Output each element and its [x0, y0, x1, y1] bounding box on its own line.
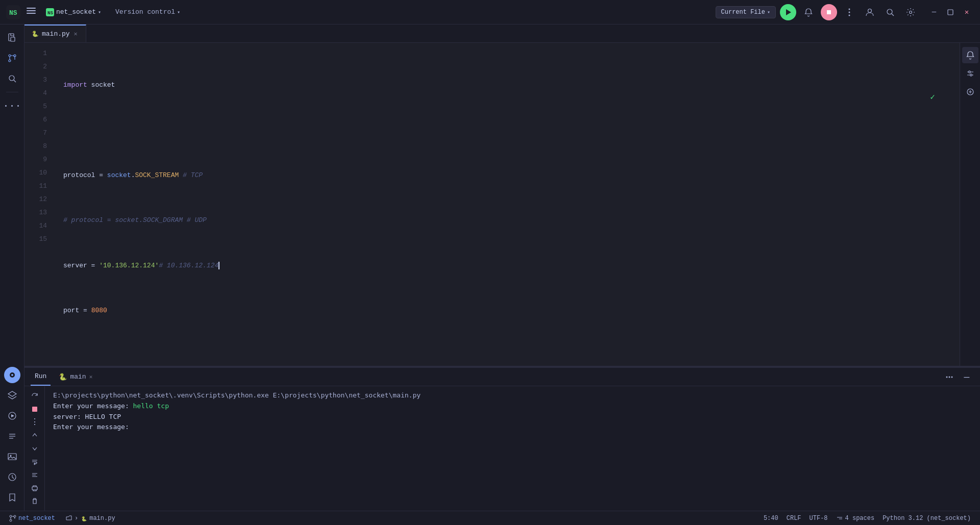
svg-rect-4 — [27, 13, 36, 14]
status-encoding[interactable]: UTF-8 — [806, 513, 831, 524]
svg-rect-3 — [27, 10, 36, 11]
right-sidebar-diff[interactable] — [962, 84, 978, 100]
cursor-position: 5:40 — [764, 515, 778, 522]
terminal-path-line: E:\projects\python\net_socket\.venv\Scri… — [53, 390, 972, 401]
notification-icon[interactable] — [800, 4, 817, 20]
sidebar-icon-plugins[interactable] — [3, 386, 21, 405]
rerun-button[interactable] — [28, 390, 42, 402]
code-line-4: # protocol = socket.SOCK_DGRAM # UDP — [63, 214, 951, 228]
titlebar-right: Current File ▾ — [716, 4, 974, 20]
align-button[interactable] — [28, 469, 42, 481]
stop-run-icon — [31, 406, 38, 413]
code-line-2 — [63, 124, 951, 137]
right-sidebar-settings[interactable] — [962, 65, 978, 82]
code-content[interactable]: import socket protocol = socket.SOCK_STR… — [55, 43, 960, 366]
line-num-7: 7 — [24, 127, 55, 140]
run-file-tab[interactable]: 🐍 main ✕ — [55, 368, 96, 386]
titlebar: NS NS net_socket ▾ Version control ▾ Cur… — [0, 0, 980, 24]
sidebar-icon-clock[interactable] — [3, 468, 21, 486]
stop-button[interactable] — [821, 4, 837, 20]
minimize-button[interactable]: ─ — [927, 5, 941, 19]
sidebar-icon-more[interactable]: ··· — [3, 96, 21, 115]
arrow-up-button[interactable] — [28, 430, 42, 441]
search-button[interactable] — [882, 4, 898, 20]
terminal-output[interactable]: E:\projects\python\net_socket\.venv\Scri… — [45, 386, 980, 511]
status-branch[interactable]: net_socket — [6, 513, 58, 524]
git-icon — [7, 53, 17, 63]
sidebar-icon-image[interactable] — [3, 447, 21, 466]
line-num-3: 3 — [24, 73, 55, 87]
account-button[interactable] — [862, 4, 878, 20]
svg-point-9 — [849, 8, 850, 10]
indent-icon — [836, 515, 843, 522]
delete-button[interactable] — [28, 495, 42, 507]
status-file[interactable]: › 🐍 main.py — [62, 513, 118, 524]
svg-point-13 — [887, 9, 892, 14]
svg-text:NS: NS — [47, 11, 53, 16]
svg-point-22 — [9, 76, 14, 81]
right-sidebar-notifications[interactable] — [962, 47, 978, 63]
line-num-13: 13 — [24, 206, 55, 219]
run-tab-close-button[interactable]: ✕ — [89, 373, 93, 380]
list-icon — [7, 431, 17, 441]
svg-point-25 — [11, 374, 13, 376]
tab-main-py[interactable]: 🐍 main.py ✕ — [24, 24, 86, 42]
project-name-menu[interactable]: NS net_socket ▾ — [42, 6, 105, 18]
run-panel: Run 🐍 main ✕ — — [24, 368, 980, 511]
print-button[interactable] — [28, 482, 42, 493]
version-control-menu[interactable]: Version control ▾ — [111, 6, 184, 18]
close-button[interactable]: ✕ — [960, 5, 974, 19]
left-sidebar: ··· — [0, 24, 24, 511]
sidebar-icon-search[interactable] — [3, 69, 21, 88]
layers-icon — [7, 390, 17, 401]
notification-bell-icon — [966, 51, 975, 60]
current-file-button[interactable]: Current File ▾ — [716, 6, 776, 18]
branch-name: net_socket — [18, 515, 55, 522]
sidebar-icon-git[interactable] — [3, 49, 21, 67]
run-gutter: ⋮ — [24, 386, 45, 511]
run-button[interactable] — [780, 4, 796, 20]
restore-icon — [947, 9, 953, 15]
tab-close-button[interactable]: ✕ — [73, 29, 79, 39]
more-terminal-button[interactable]: ⋮ — [28, 417, 42, 428]
line-ending-label: CRLF — [787, 515, 801, 522]
svg-point-11 — [849, 14, 850, 16]
files-icon — [7, 33, 17, 43]
more-horiz-icon — [945, 373, 953, 381]
run-tab[interactable]: Run — [31, 368, 51, 386]
status-line-ending[interactable]: CRLF — [783, 513, 804, 524]
run-panel-header: Run 🐍 main ✕ — — [24, 368, 980, 386]
align-icon — [31, 471, 38, 479]
minimize-panel-button[interactable]: — — [960, 370, 974, 384]
bell-icon — [804, 8, 813, 17]
status-indent[interactable]: 4 spaces — [833, 513, 878, 524]
code-line-3: protocol = socket.SOCK_STREAM # TCP — [63, 169, 951, 182]
code-line-7 — [63, 349, 951, 363]
code-editor[interactable]: 1 2 3 4 5 6 7 8 9 10 11 12 13 14 — [24, 43, 960, 366]
svg-point-12 — [868, 9, 872, 12]
status-position[interactable]: 5:40 — [761, 513, 781, 524]
svg-rect-18 — [11, 37, 15, 41]
status-file-name: › — [75, 515, 78, 522]
stop-run-button[interactable] — [28, 404, 42, 415]
sidebar-icon-files[interactable] — [3, 29, 21, 47]
arrow-down-button[interactable] — [28, 443, 42, 454]
settings-button[interactable] — [902, 4, 919, 20]
encoding-label: UTF-8 — [810, 515, 828, 522]
sidebar-icon-bookmark[interactable] — [3, 488, 21, 507]
status-python[interactable]: Python 3.12 (net_socket) — [879, 513, 974, 524]
bug-icon — [8, 371, 16, 379]
svg-point-44 — [10, 519, 12, 521]
sidebar-icon-run-debug[interactable] — [3, 366, 21, 384]
hamburger-menu-icon[interactable] — [27, 6, 36, 18]
svg-point-37 — [946, 376, 948, 378]
more-run-options-button[interactable] — [942, 370, 957, 384]
sidebar-icon-list[interactable] — [3, 427, 21, 445]
more-options-button[interactable] — [841, 4, 857, 20]
wrap-text-button[interactable] — [28, 456, 42, 467]
project-chevron-icon: ▾ — [98, 9, 101, 15]
svg-point-19 — [9, 55, 11, 57]
sidebar-icon-run2[interactable] — [3, 407, 21, 425]
maximize-button[interactable] — [943, 5, 958, 19]
person-icon — [865, 8, 874, 17]
